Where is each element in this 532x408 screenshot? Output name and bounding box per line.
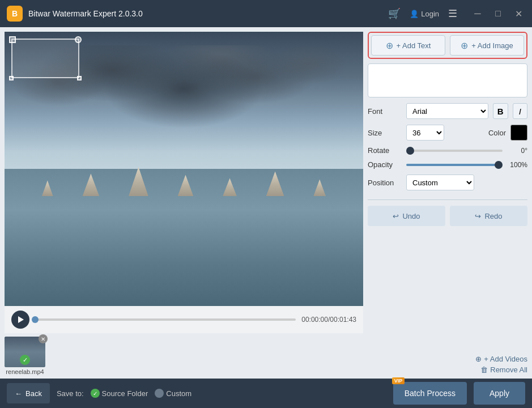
- thumbnail-container[interactable]: ✕ ✓: [5, 337, 45, 367]
- opacity-label: Opacity: [368, 160, 402, 169]
- left-panel: 00:00:00/00:01:43 ✕ ✓ reneelab.mp4: [0, 27, 368, 379]
- source-folder-option[interactable]: Source Folder: [91, 389, 148, 398]
- rotate-slider-container: [406, 150, 503, 152]
- user-icon: 👤: [410, 10, 419, 18]
- window-controls: ─ □ ✕: [471, 8, 525, 19]
- font-select[interactable]: Arial Times New Roman Verdana Helvetica …: [406, 103, 488, 119]
- video-controls: 00:00:00/00:01:43: [5, 306, 363, 333]
- add-buttons-row: ⊕ + Add Text ⊕ + Add Image: [368, 32, 527, 59]
- mound-3: [129, 167, 148, 196]
- titlebar-actions: 🛒 👤 Login ☰ ─ □ ✕: [388, 7, 525, 20]
- rotate-slider[interactable]: [406, 150, 503, 152]
- undo-button[interactable]: ↩ Undo: [368, 206, 445, 226]
- corner-handle-bl[interactable]: [9, 76, 14, 80]
- color-swatch[interactable]: [510, 125, 527, 141]
- opacity-slider-container: [406, 164, 503, 166]
- titlebar: B Bitwar Watermark Expert 2.0.3.0 🛒 👤 Lo…: [0, 0, 532, 27]
- position-label: Position: [368, 178, 402, 187]
- opacity-value: 100%: [507, 161, 527, 169]
- back-button[interactable]: ← Back: [7, 383, 50, 403]
- watermark-selection-box[interactable]: [11, 39, 79, 78]
- menu-icon[interactable]: ☰: [448, 7, 457, 20]
- mound-7: [313, 179, 326, 196]
- font-row: Font Arial Times New Roman Verdana Helve…: [368, 103, 527, 119]
- trash-icon: 🗑: [480, 366, 488, 374]
- thumbnail-strip: ✕ ✓ reneelab.mp4: [0, 333, 368, 379]
- app-logo: B: [7, 6, 23, 22]
- mound-6: [266, 171, 284, 196]
- thumbnail-label: reneelab.mp4: [5, 368, 45, 375]
- rotate-label: Rotate: [368, 146, 402, 155]
- time-display: 00:00:00/00:01:43: [301, 316, 356, 324]
- undo-icon: ↩: [393, 212, 399, 220]
- bottom-bar: ← Back Save to: Source Folder Custom VIP…: [0, 379, 532, 408]
- add-videos-icon: ⊕: [475, 355, 482, 363]
- add-image-button[interactable]: ⊕ + Add Image: [450, 35, 524, 56]
- corner-handle-br[interactable]: [77, 76, 82, 80]
- rotate-value: 0°: [507, 147, 527, 155]
- thumbnail-check-icon: ✓: [20, 355, 30, 365]
- add-text-button[interactable]: ⊕ + Add Text: [371, 35, 445, 56]
- bold-button[interactable]: B: [493, 103, 508, 119]
- apply-button[interactable]: Apply: [474, 382, 525, 405]
- opacity-slider[interactable]: [406, 164, 503, 166]
- position-row: Position Custom Top-Left Top-Center Top-…: [368, 175, 527, 190]
- font-label: Font: [368, 107, 402, 116]
- remove-all-button[interactable]: 🗑 Remove All: [480, 366, 527, 374]
- add-text-icon: ⊕: [386, 40, 393, 51]
- text-preview-area[interactable]: [368, 63, 527, 97]
- opacity-row: Opacity 100%: [368, 160, 527, 169]
- mound-4: [177, 175, 193, 196]
- save-to-label: Save to:: [57, 389, 84, 398]
- size-select[interactable]: 36 81012 141618 242832 486472: [406, 125, 444, 141]
- right-panel: ⊕ + Add Text ⊕ + Add Image Font Arial Ti…: [368, 27, 532, 379]
- minimize-button[interactable]: ─: [471, 8, 484, 19]
- cart-icon[interactable]: 🛒: [388, 7, 401, 20]
- color-label: Color: [483, 129, 506, 137]
- thumbnail-item[interactable]: ✕ ✓ reneelab.mp4: [5, 337, 45, 375]
- mound-5: [223, 178, 237, 196]
- size-color-row: Size 36 81012 141618 242832 486472 Color: [368, 125, 527, 141]
- main-content: 00:00:00/00:01:43 ✕ ✓ reneelab.mp4 ⊕ + A…: [0, 27, 532, 379]
- video-management: ⊕ + Add Videos 🗑 Remove All: [368, 233, 527, 374]
- batch-process-button[interactable]: VIP Batch Process: [393, 382, 467, 405]
- italic-button[interactable]: I: [513, 103, 528, 119]
- app-title: Bitwar Watermark Expert 2.0.3.0: [28, 9, 388, 18]
- scene-mounds: [5, 128, 363, 196]
- close-button[interactable]: ✕: [512, 8, 525, 19]
- play-button[interactable]: [11, 311, 29, 329]
- mound-1: [42, 180, 53, 196]
- separator: [368, 199, 527, 200]
- add-image-icon: ⊕: [461, 40, 468, 51]
- progress-thumb[interactable]: [32, 316, 39, 323]
- rotate-row: Rotate 0°: [368, 146, 527, 155]
- mound-2: [82, 173, 99, 196]
- vip-badge: VIP: [392, 377, 405, 384]
- size-label: Size: [368, 129, 402, 137]
- maximize-button[interactable]: □: [491, 8, 505, 19]
- back-icon: ←: [15, 389, 22, 398]
- video-preview: [5, 32, 363, 306]
- undo-redo-row: ↩ Undo ↪ Redo: [368, 206, 527, 226]
- custom-option[interactable]: Custom: [155, 389, 191, 398]
- login-button[interactable]: 👤 Login: [410, 10, 439, 18]
- progress-bar[interactable]: [35, 318, 296, 321]
- redo-icon: ↪: [475, 212, 481, 220]
- add-videos-button[interactable]: ⊕ + Add Videos: [475, 355, 527, 363]
- source-folder-radio[interactable]: [91, 389, 100, 398]
- position-select[interactable]: Custom Top-Left Top-Center Top-Right Cen…: [406, 175, 474, 190]
- redo-button[interactable]: ↪ Redo: [450, 206, 527, 226]
- custom-radio[interactable]: [155, 389, 164, 398]
- thumbnail-close-button[interactable]: ✕: [39, 334, 48, 343]
